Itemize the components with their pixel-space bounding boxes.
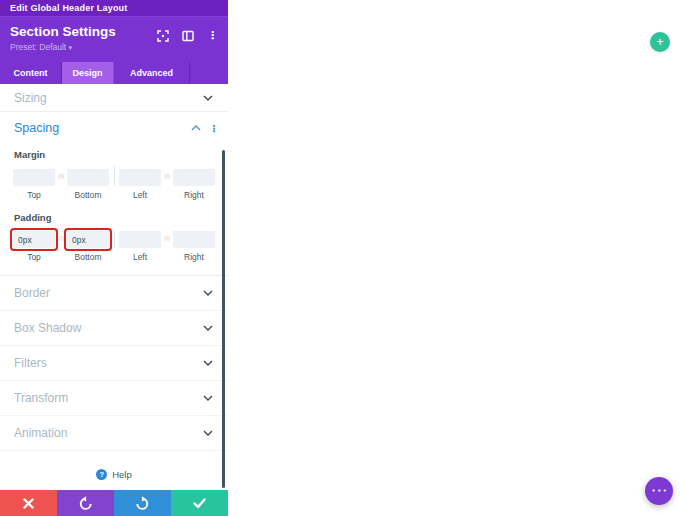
accordion-sizing[interactable]: Sizing — [0, 84, 228, 112]
margin-fields: (/) (/) — [0, 166, 228, 186]
check-icon — [193, 498, 206, 509]
builder-canvas: + ••• — [228, 0, 680, 516]
accordion-filters[interactable]: Filters — [0, 346, 228, 381]
link-values-icon[interactable]: (/) — [161, 235, 173, 241]
field-label-top: Top — [13, 190, 55, 200]
accordion-border[interactable]: Border — [0, 276, 228, 311]
section-settings-panel: Edit Global Header Layout Section Settin… — [0, 0, 228, 516]
builder-options-button[interactable]: ••• — [645, 477, 673, 505]
settings-tabs: Content Design Advanced — [0, 62, 228, 84]
accordion-title: Filters — [14, 356, 47, 370]
margin-left-input[interactable] — [119, 169, 161, 186]
more-options-icon[interactable]: ⋮ — [207, 30, 218, 42]
margin-field-labels: Top Bottom Left Right — [0, 190, 228, 200]
dock-panel-icon[interactable] — [182, 30, 194, 42]
chevron-down-icon — [203, 430, 213, 436]
field-label-left: Left — [119, 190, 161, 200]
spacing-section: Spacing ⋮ Margin (/) (/) — [0, 112, 228, 276]
chevron-down-icon — [203, 290, 213, 296]
panel-header: Section Settings Preset: Default ▾ — [0, 16, 228, 62]
field-label-bottom: Bottom — [67, 252, 109, 262]
field-label-right: Right — [173, 190, 215, 200]
accordion-title: Spacing — [14, 121, 59, 135]
tabs-filler — [190, 62, 228, 84]
link-values-icon[interactable]: (/) — [161, 173, 173, 179]
caret-down-icon: ▾ — [69, 44, 73, 51]
divi-builder-screen: Edit Global Header Layout Section Settin… — [0, 0, 680, 516]
field-group-divider — [109, 166, 119, 186]
accordion-animation[interactable]: Animation — [0, 416, 228, 451]
design-tab-content: Sizing Spacing ⋮ Margin — [0, 84, 228, 490]
accordion-title: Sizing — [14, 91, 47, 105]
accordion-spacing[interactable]: Spacing ⋮ — [0, 112, 228, 144]
accordion-title: Border — [14, 286, 50, 300]
padding-bottom-input[interactable] — [67, 231, 109, 248]
panel-footer — [0, 490, 228, 516]
accordion-title: Animation — [14, 426, 67, 440]
field-label-bottom: Bottom — [67, 190, 109, 200]
tab-advanced[interactable]: Advanced — [114, 62, 190, 84]
margin-top-input[interactable] — [13, 169, 55, 186]
tab-design[interactable]: Design — [62, 62, 114, 84]
preset-label: Preset: Default — [10, 42, 66, 52]
preset-selector[interactable]: Preset: Default ▾ — [10, 42, 218, 52]
redo-icon — [135, 496, 150, 510]
padding-right-input[interactable] — [173, 231, 215, 248]
spacing-header-icons: ⋮ — [191, 123, 219, 134]
chevron-down-icon — [203, 95, 213, 101]
help-icon: ? — [96, 469, 107, 480]
redo-button[interactable] — [114, 490, 171, 516]
padding-top-input[interactable] — [13, 231, 55, 248]
help-link[interactable]: ? Help — [0, 451, 228, 490]
undo-icon — [78, 496, 93, 510]
padding-group-label: Padding — [14, 212, 228, 223]
chevron-down-icon — [203, 325, 213, 331]
padding-fields: (/) (/) — [0, 229, 228, 249]
expand-modal-icon[interactable] — [157, 30, 169, 42]
accordion-transform[interactable]: Transform — [0, 381, 228, 416]
field-group-divider — [109, 229, 119, 249]
accordion-title: Box Shadow — [14, 321, 81, 335]
padding-field-labels: Top Bottom Left Right — [0, 252, 228, 262]
field-label-left: Left — [119, 252, 161, 262]
chevron-up-icon — [191, 125, 201, 131]
chevron-down-icon — [203, 395, 213, 401]
field-label-top: Top — [13, 252, 55, 262]
link-values-icon[interactable]: (/) — [55, 173, 67, 179]
margin-bottom-input[interactable] — [67, 169, 109, 186]
margin-group-label: Margin — [14, 149, 228, 160]
discard-button[interactable] — [0, 490, 57, 516]
accordion-box-shadow[interactable]: Box Shadow — [0, 311, 228, 346]
spacing-options-icon[interactable]: ⋮ — [209, 123, 219, 134]
field-label-right: Right — [173, 252, 215, 262]
accordion-title: Transform — [14, 391, 68, 405]
undo-button[interactable] — [57, 490, 114, 516]
chevron-down-icon — [203, 360, 213, 366]
padding-left-input[interactable] — [119, 231, 161, 248]
panel-scrollbar[interactable] — [222, 150, 225, 488]
link-values-icon[interactable]: (/) — [55, 235, 67, 241]
add-section-button[interactable]: + — [650, 32, 670, 52]
header-icons: ⋮ — [157, 30, 218, 42]
tab-content[interactable]: Content — [0, 62, 62, 84]
x-icon — [23, 498, 34, 509]
margin-right-input[interactable] — [173, 169, 215, 186]
save-button[interactable] — [171, 490, 228, 516]
edit-layout-title: Edit Global Header Layout — [0, 0, 228, 16]
help-label: Help — [112, 469, 132, 480]
